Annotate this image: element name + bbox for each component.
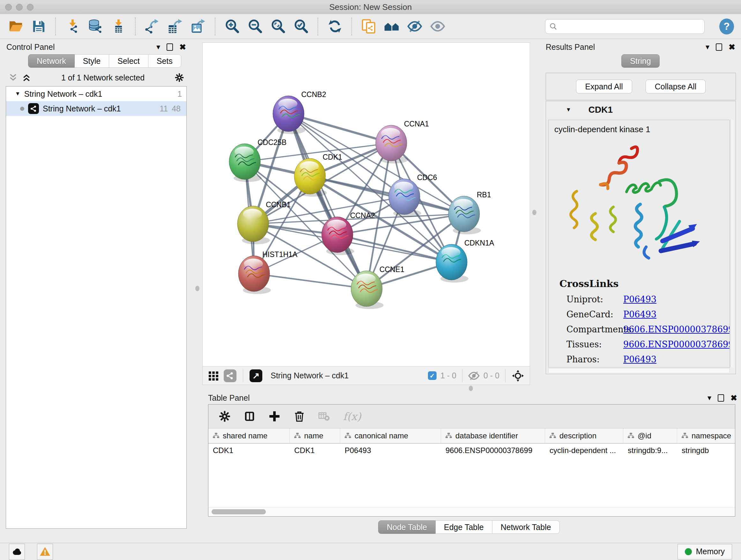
expand-all-button[interactable]: Expand All (576, 79, 632, 94)
collapse-all-button[interactable]: Collapse All (646, 79, 706, 94)
zoom-in-button[interactable] (223, 17, 241, 36)
crosslink-value[interactable]: P06493 (623, 294, 657, 304)
export-image-button[interactable] (190, 17, 207, 36)
table-row[interactable]: CDK1CDK1P064939606.ENSP00000378699cyclin… (208, 443, 735, 457)
network-node-HIST1H1A[interactable]: HIST1H1A (239, 250, 298, 294)
panel-menu-icon[interactable]: ▾ (708, 394, 711, 401)
network-collection-row[interactable]: ▼ String Network – cdk1 1 (6, 86, 186, 101)
birds-eye-crosshair-icon[interactable] (511, 369, 525, 382)
hide-graphics-details-button[interactable] (406, 17, 423, 36)
horizontal-splitter-handle[interactable] (469, 386, 473, 391)
tab-select[interactable]: Select (109, 54, 148, 68)
panel-close-icon[interactable]: ✖ (729, 43, 735, 51)
detach-view-icon[interactable]: ↗ (250, 369, 262, 382)
crosslink-value[interactable]: 9606.ENSP00000378699 (623, 339, 730, 349)
table-cell[interactable]: stringdb:9... (623, 443, 677, 457)
gear-icon[interactable] (175, 73, 184, 82)
export-table-button[interactable] (166, 17, 184, 36)
memory-button[interactable]: Memory (677, 544, 732, 559)
show-columns-icon[interactable] (244, 410, 256, 422)
results-scrollbar[interactable] (730, 120, 734, 368)
collapse-triangle-icon[interactable]: ▼ (15, 91, 20, 97)
network-node-CCNB2[interactable]: CCNB2 (273, 90, 326, 134)
column-header--id[interactable]: @id (623, 428, 677, 443)
crosslink-value[interactable]: P06493 (623, 309, 657, 319)
string-share-icon[interactable] (224, 369, 237, 382)
import-network-database-button[interactable] (87, 17, 104, 36)
search-input[interactable] (560, 22, 700, 31)
export-network-button[interactable] (144, 17, 161, 36)
network-row[interactable]: String Network – cdk1 11 48 (6, 101, 186, 116)
crosslink-value[interactable]: 9606.ENSP00000378699 (623, 324, 730, 334)
warnings-button[interactable] (37, 544, 53, 560)
tab-sets[interactable]: Sets (148, 54, 181, 68)
network-edge[interactable] (254, 273, 367, 289)
column-header-name[interactable]: name (290, 428, 340, 443)
panel-menu-icon[interactable]: ▾ (156, 43, 160, 51)
table-hscrollbar[interactable] (208, 507, 735, 516)
network-edge[interactable] (310, 176, 464, 214)
network-canvas[interactable]: CCNB2CCNA1CDC25BCDK1CDC6RB1CCNB1CCNA2CDK… (202, 43, 530, 367)
panel-float-icon[interactable] (716, 44, 722, 51)
network-node-CCNA1[interactable]: CCNA1 (376, 120, 429, 164)
crosslink-value[interactable]: P06493 (623, 354, 657, 364)
zoom-fit-button[interactable] (269, 17, 286, 36)
show-graphics-details-button[interactable] (429, 17, 446, 36)
window-close-button[interactable] (5, 4, 12, 10)
tab-style[interactable]: Style (75, 54, 110, 68)
table-cell[interactable]: stringdb (677, 443, 735, 457)
create-column-icon[interactable] (268, 410, 280, 422)
scrollbar-thumb[interactable] (212, 509, 266, 514)
help-button[interactable]: ? (719, 18, 734, 35)
table-cell[interactable]: 9606.ENSP00000378699 (441, 443, 545, 457)
selected-checkbox-icon[interactable]: ✓ (428, 371, 436, 380)
table-cell[interactable]: CDK1 (208, 443, 290, 457)
delete-column-trash-icon[interactable] (293, 410, 306, 422)
cloud-button[interactable] (9, 544, 25, 560)
import-network-file-button[interactable] (64, 17, 81, 36)
refresh-button[interactable] (326, 17, 343, 36)
hidden-eye-slash-icon[interactable] (468, 370, 480, 381)
zoom-selected-button[interactable] (292, 17, 310, 36)
houses-button[interactable] (383, 17, 400, 36)
column-header-namespace[interactable]: namespace (677, 428, 735, 443)
table-cell[interactable]: P06493 (340, 443, 441, 457)
table-settings-gear-icon[interactable] (219, 410, 231, 422)
network-node-CDC6[interactable]: CDC6 (389, 173, 437, 217)
gene-section-header[interactable]: ▼ CDK1 (546, 101, 736, 118)
vertical-splitter-handle[interactable] (195, 286, 199, 291)
column-header-shared-name[interactable]: shared name (208, 428, 290, 443)
tab-edge-table[interactable]: Edge Table (435, 520, 492, 534)
collapse-triangle-icon[interactable]: ▼ (566, 107, 571, 113)
network-node-CDKN1A[interactable]: CDKN1A (436, 239, 494, 283)
tab-node-table[interactable]: Node Table (378, 520, 435, 534)
table-cell[interactable]: cyclin-dependent ... (545, 443, 623, 457)
column-header-database-identifier[interactable]: database identifier (441, 428, 545, 443)
table-cell[interactable]: CDK1 (290, 443, 340, 457)
tab-string[interactable]: String (621, 54, 659, 68)
collapse-all-icon[interactable] (8, 73, 18, 82)
import-table-button[interactable] (110, 17, 127, 36)
tab-network[interactable]: Network (28, 54, 75, 68)
tab-network-table[interactable]: Network Table (492, 520, 560, 534)
save-session-button[interactable] (30, 17, 47, 36)
window-minimize-button[interactable] (16, 4, 23, 10)
panel-close-icon[interactable]: ✖ (179, 43, 186, 51)
network-edge[interactable] (288, 114, 367, 289)
zoom-out-button[interactable] (246, 17, 264, 36)
panel-close-icon[interactable]: ✖ (731, 394, 737, 402)
column-header-canonical-name[interactable]: canonical name (340, 428, 441, 443)
network-node-CDK1[interactable]: CDK1 (294, 153, 342, 197)
grid-view-icon[interactable] (208, 370, 219, 381)
new-network-from-selection-button[interactable] (360, 17, 377, 36)
open-session-button[interactable] (7, 17, 24, 36)
expand-all-icon[interactable] (22, 73, 31, 82)
vertical-splitter-handle[interactable] (532, 210, 536, 215)
column-header-description[interactable]: description (545, 428, 623, 443)
tree-sort-icon (212, 432, 220, 440)
window-zoom-button[interactable] (27, 4, 33, 10)
network-node-RB1[interactable]: RB1 (448, 191, 491, 234)
panel-float-icon[interactable] (166, 44, 173, 51)
panel-float-icon[interactable] (718, 394, 724, 401)
panel-menu-icon[interactable]: ▾ (705, 43, 710, 51)
